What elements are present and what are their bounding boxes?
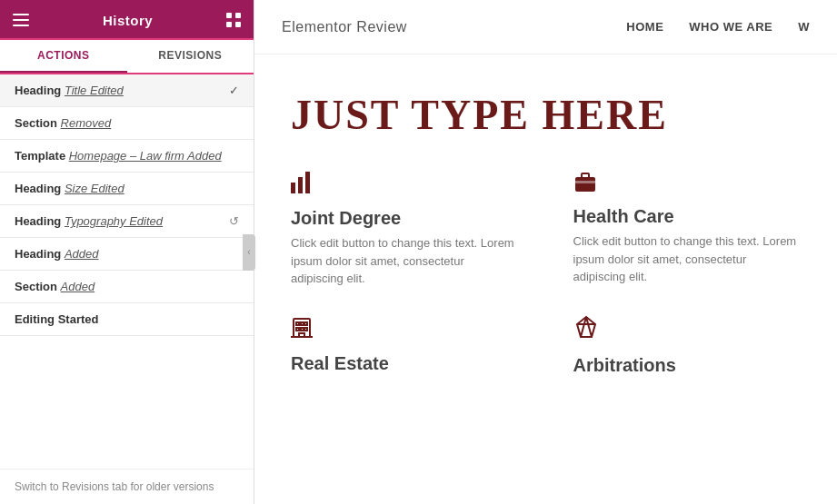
tab-actions[interactable]: ACTIONS xyxy=(0,40,127,73)
svg-rect-14 xyxy=(296,322,299,325)
building-icon xyxy=(291,315,519,344)
hamburger-icon[interactable] xyxy=(13,14,29,26)
nav-who-we-are[interactable]: WHO WE ARE xyxy=(689,20,772,34)
service-item-health-care: Health Care Click edit button to change … xyxy=(573,172,802,288)
svg-rect-8 xyxy=(298,177,303,193)
sidebar: History ACTIONS REVISIONS Heading Title … xyxy=(0,0,254,504)
service-item-joint-degree: Joint Degree Click edit button to change… xyxy=(291,172,519,288)
switch-revisions-note: Switch to Revisions tab for older versio… xyxy=(0,469,254,504)
list-item[interactable]: Heading Size Edited xyxy=(0,173,254,205)
svg-rect-17 xyxy=(296,328,299,331)
svg-rect-4 xyxy=(235,13,241,18)
sidebar-header: History xyxy=(0,0,254,40)
svg-rect-15 xyxy=(301,322,304,325)
page-body: Just Type Here Joint Degree Click edit b… xyxy=(254,54,837,504)
nav-home[interactable]: HOME xyxy=(626,20,663,34)
svg-rect-6 xyxy=(235,22,241,27)
nav-more[interactable]: W xyxy=(798,20,810,34)
service-item-real-estate: Real Estate xyxy=(291,315,519,376)
navbar-brand: Elementor Review xyxy=(282,19,407,35)
list-item[interactable]: Template Homepage – Law firm Added xyxy=(0,140,254,173)
diamond-icon xyxy=(573,315,802,346)
main-content: Elementor Review HOME WHO WE ARE W Just … xyxy=(254,0,837,504)
service-desc-health-care: Click edit button to change this text. L… xyxy=(573,232,802,286)
navbar-links: HOME WHO WE ARE W xyxy=(626,20,810,34)
svg-rect-7 xyxy=(291,183,295,193)
undo-icon: ↺ xyxy=(229,214,239,228)
collapse-handle[interactable]: ‹ xyxy=(243,234,255,271)
list-item[interactable]: Heading Added xyxy=(0,238,254,271)
svg-rect-5 xyxy=(226,22,232,27)
svg-rect-18 xyxy=(301,328,304,331)
tab-revisions[interactable]: REVISIONS xyxy=(127,40,254,73)
svg-rect-1 xyxy=(13,19,29,21)
sidebar-title: History xyxy=(103,13,153,28)
svg-rect-3 xyxy=(226,13,232,18)
service-title-real-estate: Real Estate xyxy=(291,353,519,374)
service-desc-joint-degree: Click edit button to change this text. L… xyxy=(291,234,519,288)
grid-icon[interactable] xyxy=(226,13,241,27)
navbar: Elementor Review HOME WHO WE ARE W xyxy=(254,0,837,54)
history-list: Heading Title Edited ✓ Section Removed T… xyxy=(0,74,254,469)
svg-rect-10 xyxy=(575,177,595,192)
svg-rect-12 xyxy=(574,181,596,183)
list-item[interactable]: Section Added xyxy=(0,271,254,303)
service-title-health-care: Health Care xyxy=(573,206,802,227)
service-title-joint-degree: Joint Degree xyxy=(291,208,519,229)
services-grid: Joint Degree Click edit button to change… xyxy=(291,172,801,376)
page-heading: Just Type Here xyxy=(291,91,801,139)
check-icon: ✓ xyxy=(229,84,239,97)
svg-rect-16 xyxy=(304,322,307,325)
list-item[interactable]: Heading Typography Edited ↺ xyxy=(0,205,254,238)
sidebar-tabs: ACTIONS REVISIONS xyxy=(0,40,254,74)
service-title-arbitrations: Arbitrations xyxy=(573,355,802,376)
list-item[interactable]: Editing Started xyxy=(0,303,254,336)
svg-rect-11 xyxy=(582,173,589,178)
svg-rect-2 xyxy=(13,25,29,26)
svg-rect-19 xyxy=(304,328,307,331)
svg-rect-9 xyxy=(305,172,310,193)
svg-rect-0 xyxy=(13,14,29,15)
bar-chart-icon xyxy=(291,172,519,199)
briefcase-icon xyxy=(573,172,802,197)
service-item-arbitrations: Arbitrations xyxy=(573,315,802,376)
list-item[interactable]: Section Removed xyxy=(0,107,254,140)
list-item[interactable]: Heading Title Edited ✓ xyxy=(0,74,254,107)
